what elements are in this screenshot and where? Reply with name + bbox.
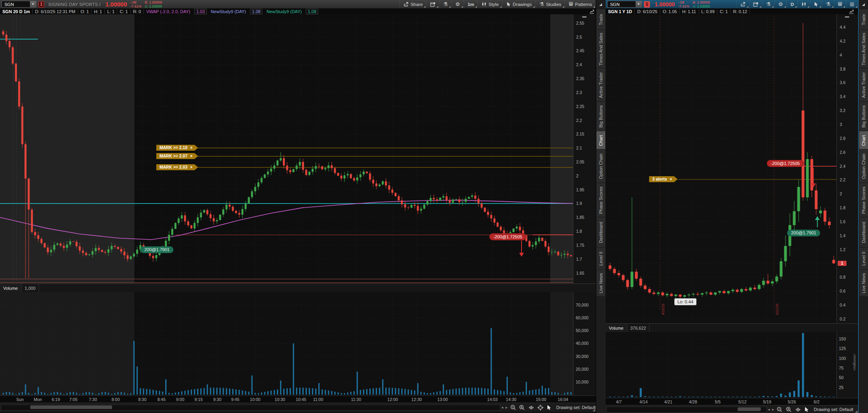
- zoom-out-icon[interactable]: [510, 405, 516, 411]
- share-button[interactable]: [736, 0, 749, 8]
- patterns-button[interactable]: WPatterns: [565, 0, 596, 8]
- pointer-icon[interactable]: [804, 407, 809, 412]
- settings-button[interactable]: ⚙: [451, 0, 464, 8]
- symbol-combo[interactable]: SGN ▼: [607, 1, 642, 8]
- tab-phase-scores[interactable]: Phase Scores: [859, 183, 868, 217]
- symbol-input[interactable]: SGN: [2, 2, 30, 7]
- last-price: 1.00000: [105, 1, 127, 8]
- tab-dashboard[interactable]: Dashboard: [859, 217, 868, 248]
- symbol-input[interactable]: SGN: [608, 2, 636, 7]
- alerts-count-label[interactable]: 3 alerts ×: [649, 176, 678, 182]
- volume-chart-canvas[interactable]: [0, 292, 573, 395]
- tab-level-ii[interactable]: Level II: [596, 247, 605, 270]
- alert-close-icon[interactable]: ×: [190, 146, 193, 150]
- settings-button[interactable]: ⚙: [774, 0, 787, 8]
- tab-option-chain[interactable]: Option Chain: [859, 149, 868, 183]
- patterns-button[interactable]: W: [834, 0, 846, 8]
- calendar-button[interactable]: [749, 0, 762, 8]
- style-button[interactable]: [797, 0, 810, 8]
- link-group-badge[interactable]: 1: [644, 1, 650, 8]
- analysis-flask-button[interactable]: ⚗: [762, 0, 774, 8]
- price-chart-canvas[interactable]: [0, 14, 573, 283]
- timeframe-button[interactable]: 1m: [464, 0, 478, 8]
- price-axis-handle[interactable]: [845, 16, 849, 18]
- position-label-long[interactable]: 200@1.7901: [140, 246, 173, 253]
- share-button[interactable]: Share: [400, 0, 427, 8]
- price-tick: 2: [840, 191, 842, 196]
- scroll-right-icon[interactable]: ▸: [771, 407, 775, 411]
- time-axis[interactable]: 4/74/144/214/285/55/125/195/266/2: [606, 398, 858, 405]
- timeframe-button[interactable]: D: [787, 0, 797, 8]
- studies-button[interactable]: ⚗: [822, 0, 834, 8]
- collapse-panel-icon[interactable]: [599, 3, 602, 6]
- chevron-down-icon[interactable]: ▼: [636, 1, 642, 7]
- pan-icon[interactable]: [795, 407, 801, 412]
- menu-button[interactable]: [846, 0, 858, 8]
- maximize-chart-icon[interactable]: [849, 9, 854, 14]
- calendar-button[interactable]: [426, 0, 439, 8]
- zoom-out-icon[interactable]: [777, 407, 783, 413]
- scroll-left-icon[interactable]: ◂: [767, 407, 771, 411]
- position-label-short[interactable]: -200@1.72505: [490, 234, 526, 240]
- tab-active-trader[interactable]: Active Trader: [859, 68, 868, 102]
- drawings-button[interactable]: [810, 0, 822, 8]
- alert-label[interactable]: MARK >= 2.07 ×: [156, 153, 198, 159]
- price-axis-handle[interactable]: [582, 16, 587, 18]
- tab-option-chain[interactable]: Option Chain: [596, 149, 605, 183]
- tab-chart[interactable]: Chart: [859, 131, 868, 149]
- tab-live-news[interactable]: Live News: [859, 269, 868, 296]
- tab-trade[interactable]: Trade: [859, 9, 868, 30]
- collapse-panel-icon[interactable]: [862, 3, 865, 6]
- alert-label[interactable]: MARK >= 2.10 ×: [156, 145, 198, 151]
- position-label-short[interactable]: -200@1.72505: [767, 160, 803, 167]
- tab-level-ii[interactable]: Level II: [859, 247, 868, 270]
- zoom-in-icon[interactable]: [786, 407, 792, 413]
- tab-dashboard[interactable]: Dashboard: [596, 217, 605, 248]
- studies-button[interactable]: ⚗Studies: [535, 0, 565, 8]
- drawing-set-label[interactable]: Drawing set: Default: [814, 407, 853, 412]
- pointer-icon[interactable]: [547, 405, 551, 410]
- scrollbar-thumb[interactable]: [30, 405, 112, 409]
- price-tick: 1.9: [576, 201, 582, 206]
- alert-close-icon[interactable]: ×: [670, 177, 672, 181]
- analysis-flask-button[interactable]: ⚗: [439, 0, 451, 8]
- drawings-button[interactable]: Drawings: [502, 0, 535, 8]
- tab-chart[interactable]: Chart: [596, 131, 605, 149]
- zoom-in-icon[interactable]: [519, 405, 525, 411]
- tab-phase-scores[interactable]: Phase Scores: [596, 183, 605, 217]
- tab-active-trader[interactable]: Active Trader: [596, 68, 605, 102]
- tab-trade[interactable]: Trade: [596, 9, 605, 30]
- style-button[interactable]: Style: [478, 0, 502, 8]
- maximize-chart-icon[interactable]: [589, 9, 594, 14]
- chevron-down-icon[interactable]: ▼: [30, 1, 36, 7]
- tab-times-and-sales[interactable]: Times And Sales: [859, 30, 868, 68]
- scroll-right-icon[interactable]: ▸: [504, 405, 509, 409]
- price-change: -.08-7.41%: [130, 0, 142, 8]
- horizontal-scrollbar[interactable]: [606, 407, 767, 413]
- alert-close-icon[interactable]: ×: [190, 165, 193, 169]
- resize-grip[interactable]: [592, 409, 595, 411]
- price-axis[interactable]: 4.44.243.83.63.43.232.82.62.42.221.81.61…: [837, 14, 858, 323]
- cursor-icon: [506, 2, 511, 7]
- tab-big-buttons[interactable]: Big Buttons: [596, 101, 605, 131]
- tab-live-news[interactable]: Live News: [596, 269, 605, 296]
- price-tick: 0.8: [840, 275, 846, 279]
- price-chart-canvas[interactable]: [606, 14, 837, 323]
- scrollbar-thumb[interactable]: [738, 407, 761, 411]
- alert-label[interactable]: MARK >= 2.03 ×: [156, 164, 198, 170]
- position-label-long[interactable]: 200@1.7901: [787, 230, 820, 236]
- tab-times-and-sales[interactable]: Times And Sales: [596, 30, 605, 68]
- time-axis[interactable]: SunMon6:197:057:308:008:308:459:009:159:…: [0, 395, 596, 403]
- drawing-set-label[interactable]: Drawing set: Default: [556, 405, 596, 410]
- price-axis[interactable]: 2.552.52.452.42.352.32.252.22.152.12.052…: [573, 14, 596, 283]
- volume-chart-canvas[interactable]: [606, 332, 837, 398]
- crosshair-icon[interactable]: [537, 405, 543, 411]
- pan-icon[interactable]: [528, 405, 534, 410]
- tab-big-buttons[interactable]: Big Buttons: [859, 101, 868, 131]
- scroll-left-icon[interactable]: ◂: [500, 405, 505, 409]
- link-group-badge[interactable]: 1: [38, 1, 44, 8]
- alert-close-icon[interactable]: ×: [190, 154, 193, 158]
- resize-grip[interactable]: [855, 410, 858, 413]
- symbol-combo[interactable]: SGN ▼: [2, 1, 36, 8]
- horizontal-scrollbar[interactable]: [1, 405, 500, 411]
